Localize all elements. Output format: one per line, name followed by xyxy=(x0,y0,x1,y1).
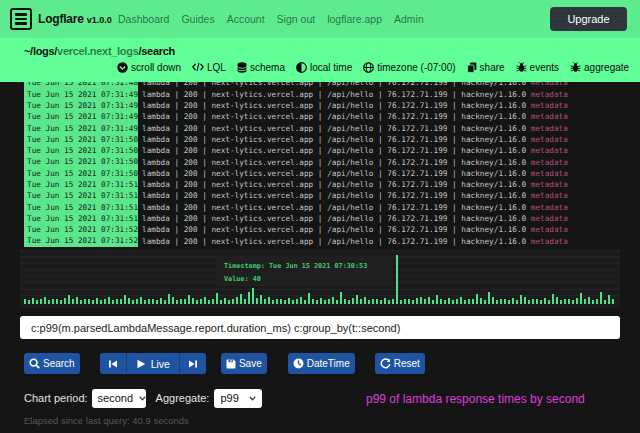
chart-bar[interactable] xyxy=(124,295,126,304)
chart-bar[interactable] xyxy=(204,297,206,304)
logflare-logo-icon[interactable] xyxy=(10,8,32,30)
chart-bar[interactable] xyxy=(24,299,26,304)
chart-bar[interactable] xyxy=(380,300,382,304)
chart-bar[interactable] xyxy=(316,300,318,304)
chart-bar[interactable] xyxy=(76,297,78,304)
metadata-link[interactable]: metadata xyxy=(531,90,568,99)
chart-bar[interactable] xyxy=(128,298,130,304)
toolbar-item-events[interactable]: events xyxy=(516,62,559,73)
chart-bar[interactable] xyxy=(400,300,402,304)
query-input[interactable] xyxy=(20,316,620,339)
metadata-link[interactable]: metadata xyxy=(531,214,568,223)
chart-bar[interactable] xyxy=(192,298,194,304)
toolbar-item-share[interactable]: share xyxy=(467,62,505,73)
chart-bar[interactable] xyxy=(352,298,354,304)
chart-bar[interactable] xyxy=(96,298,98,304)
chart-bar[interactable] xyxy=(444,300,446,304)
metadata-link[interactable]: metadata xyxy=(531,101,568,110)
metadata-link[interactable]: metadata xyxy=(531,237,568,246)
toolbar-item-aggregate[interactable]: aggregate xyxy=(570,62,629,73)
chart-bar[interactable] xyxy=(488,292,490,304)
chart-bar[interactable] xyxy=(324,300,326,304)
chart-bar[interactable] xyxy=(228,300,230,304)
chart-bar[interactable] xyxy=(524,297,526,304)
metadata-link[interactable]: metadata xyxy=(531,180,568,189)
chart-bar[interactable] xyxy=(268,297,270,304)
nav-link-sign-out[interactable]: Sign out xyxy=(277,13,316,25)
metadata-link[interactable]: metadata xyxy=(531,135,568,144)
chart-bar[interactable] xyxy=(116,299,118,304)
chart-bar[interactable] xyxy=(132,300,134,304)
chart-bar[interactable] xyxy=(40,299,42,304)
chart-bar[interactable] xyxy=(600,292,602,304)
chart-bar[interactable] xyxy=(72,299,74,304)
chart-bar[interactable] xyxy=(140,297,142,304)
chart-bar[interactable] xyxy=(176,300,178,304)
chart-bar[interactable] xyxy=(328,299,330,304)
chart-bar[interactable] xyxy=(304,300,306,304)
log-list[interactable]: Tue Jun 15 2021 07:31:48lambda | 200 | n… xyxy=(0,82,640,248)
chart-bar[interactable] xyxy=(180,299,182,304)
chart-bar[interactable] xyxy=(468,299,470,304)
metadata-link[interactable]: metadata xyxy=(531,191,568,200)
chart-bar[interactable] xyxy=(604,300,606,304)
chart-bar[interactable] xyxy=(608,295,610,304)
chart-bar[interactable] xyxy=(408,299,410,304)
reset-button[interactable]: Reset xyxy=(375,353,425,374)
chart-bar[interactable] xyxy=(156,300,158,304)
chart-bar[interactable] xyxy=(504,299,506,304)
chart-bar[interactable] xyxy=(168,294,170,304)
chart-bar[interactable] xyxy=(296,299,298,304)
chart-bar[interactable] xyxy=(52,299,54,304)
metadata-link[interactable]: metadata xyxy=(531,225,568,234)
chart-bar[interactable] xyxy=(520,295,522,304)
chart-bar[interactable] xyxy=(460,297,462,304)
chart-bar[interactable] xyxy=(572,300,574,304)
toolbar-item-local-time[interactable]: local time xyxy=(296,62,352,73)
metadata-link[interactable]: metadata xyxy=(531,112,568,121)
save-button[interactable]: Save xyxy=(221,353,267,374)
chart-bar[interactable] xyxy=(312,299,314,304)
chart-bar[interactable] xyxy=(148,299,150,304)
chart-bar[interactable] xyxy=(496,300,498,304)
aggregate-select[interactable]: p99 xyxy=(214,389,262,408)
chart-bar[interactable] xyxy=(388,300,390,304)
chart-bar[interactable] xyxy=(512,298,514,304)
nav-link-admin[interactable]: Admin xyxy=(394,13,424,25)
chart-bar[interactable] xyxy=(300,297,302,304)
chart-bar[interactable] xyxy=(332,297,334,304)
chart-bar[interactable] xyxy=(348,300,350,304)
chart-bar[interactable] xyxy=(292,300,294,304)
toolbar-item-timezone-07-00[interactable]: timezone (-07:00) xyxy=(363,62,455,73)
metadata-link[interactable]: metadata xyxy=(531,82,568,87)
chart-bar[interactable] xyxy=(548,300,550,304)
chart-bar[interactable] xyxy=(84,299,86,304)
metadata-link[interactable]: metadata xyxy=(531,124,568,133)
chart-bar[interactable] xyxy=(440,299,442,304)
chart-bar[interactable] xyxy=(508,300,510,304)
chart-bar[interactable] xyxy=(244,299,246,304)
chart-bar[interactable] xyxy=(564,299,566,304)
chart-bar[interactable] xyxy=(424,299,426,304)
chart-bar[interactable] xyxy=(560,300,562,304)
chart-bar[interactable] xyxy=(44,297,46,304)
forwards-button[interactable] xyxy=(180,353,206,374)
chart-bar[interactable] xyxy=(256,298,258,304)
chart-bar[interactable] xyxy=(412,300,414,304)
chart-bar[interactable] xyxy=(224,298,226,304)
chart-bar[interactable] xyxy=(428,297,430,304)
chart-bar[interactable] xyxy=(80,300,82,304)
chart-bar[interactable] xyxy=(584,299,586,304)
chart-bar[interactable] xyxy=(120,299,122,304)
live-button[interactable]: Live xyxy=(126,353,180,374)
breadcrumb-prefix[interactable]: ~/logs/ xyxy=(24,45,57,57)
nav-link-logflare-app[interactable]: logflare.app xyxy=(327,13,382,25)
chart-bar[interactable] xyxy=(200,299,202,304)
chart-bar[interactable] xyxy=(188,295,190,304)
chart-bar[interactable] xyxy=(372,299,374,304)
timeseries-chart[interactable]: Timestamp: Tue Jun 15 2021 07:30:53 Valu… xyxy=(20,250,620,308)
chart-bar[interactable] xyxy=(340,292,342,304)
metadata-link[interactable]: metadata xyxy=(531,169,568,178)
chart-bar[interactable] xyxy=(92,300,94,304)
chart-bar[interactable] xyxy=(280,299,282,304)
